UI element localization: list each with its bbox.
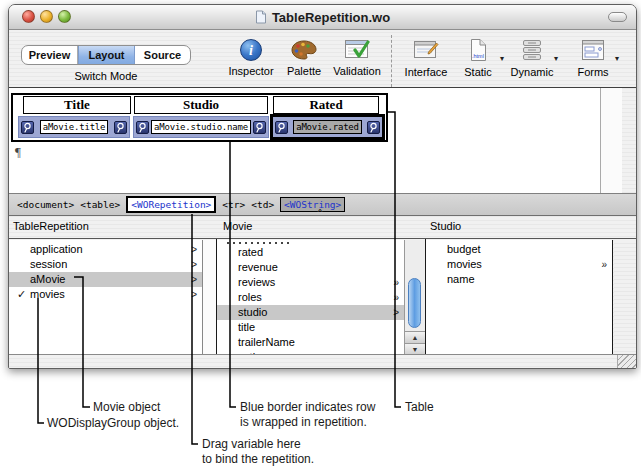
pilcrow-mark: ¶ <box>15 144 21 160</box>
toolbar-separator <box>391 35 392 87</box>
list-item[interactable]: session > <box>9 257 202 272</box>
repetition-cell-studio[interactable]: aMovie.studio.name <box>133 116 269 138</box>
list-item[interactable]: reviews » <box>217 275 404 290</box>
vertical-scrollbar-track[interactable] <box>600 88 622 194</box>
dropdown-arrow-icon[interactable]: ▾ <box>500 54 504 63</box>
branch-many-marker: » <box>393 290 399 305</box>
checkmark-icon: ✓ <box>17 287 26 302</box>
palette-icon <box>291 39 317 61</box>
browser-headers: TableRepetition Movie Studio <box>9 216 636 238</box>
path-tag-tr[interactable]: <tr> <box>222 199 245 210</box>
interface-label: Interface <box>400 66 452 78</box>
forms-icon <box>581 39 605 61</box>
browser-header-tablerepetition: TableRepetition <box>13 220 89 232</box>
edit-canvas[interactable]: Title Studio Rated aMovie.title <box>9 88 600 194</box>
validation-button[interactable]: Validation <box>329 36 385 77</box>
browser-column-tablerepetition[interactable]: application > session > aMovie > ✓ movie… <box>9 240 202 355</box>
list-item[interactable]: application > <box>9 242 202 257</box>
list-item[interactable]: rated <box>217 245 404 260</box>
repetition-cell-title[interactable]: aMovie.title <box>18 116 130 138</box>
annotation-table: Table <box>405 400 434 415</box>
branch-marker: > <box>393 305 399 320</box>
segment-preview[interactable]: Preview <box>22 46 78 64</box>
forms-palette-button[interactable]: ▾ Forms <box>567 35 619 78</box>
binding-field-studio-name[interactable]: aMovie.studio.name <box>151 120 251 134</box>
list-item[interactable]: trailerName <box>217 335 404 350</box>
list-item[interactable]: roles » <box>217 290 404 305</box>
wostring-element-icon[interactable] <box>367 121 380 134</box>
inspector-icon: i <box>240 39 262 61</box>
annotation-blue-border: Blue border indicates row is wrapped in … <box>240 400 375 430</box>
forms-label: Forms <box>567 66 619 78</box>
interface-palette-button[interactable]: Interface <box>400 35 452 78</box>
validation-label: Validation <box>329 65 385 77</box>
binding-field-title[interactable]: aMovie.title <box>40 120 109 134</box>
static-icon-text: .html <box>472 53 484 59</box>
branch-many-marker: » <box>601 257 607 272</box>
wostring-element-icon[interactable] <box>275 121 288 134</box>
wostring-element-icon[interactable] <box>136 121 149 134</box>
annotation-wodisplaygroup: WODisplayGroup object. <box>47 416 179 431</box>
segment-source[interactable]: Source <box>135 46 190 64</box>
object-browser: application > session > aMovie > ✓ movie… <box>9 238 636 354</box>
scroll-up-button[interactable]: ▲ <box>405 331 425 343</box>
path-tag-td[interactable]: <td> <box>251 199 274 210</box>
path-tag-worepetition[interactable]: <WORepetition> <box>126 196 216 213</box>
inspector-button[interactable]: i Inspector <box>223 36 279 77</box>
wo-table[interactable]: Title Studio Rated aMovie.title <box>11 93 388 142</box>
wostring-element-icon[interactable] <box>21 121 34 134</box>
validation-icon <box>344 39 370 61</box>
annotation-drag-variable: Drag variable here to bind the repetitio… <box>202 437 314 467</box>
segment-layout[interactable]: Layout <box>78 46 135 64</box>
app-window: TableRepetition.wo Preview Layout Source… <box>8 4 637 369</box>
dropdown-arrow-icon[interactable]: ▾ <box>615 54 619 63</box>
scrollbar-thumb[interactable] <box>408 278 421 328</box>
switch-mode-segmented-control: Preview Layout Source <box>21 45 191 65</box>
path-tag-wostring[interactable]: <WOString> <box>280 197 345 212</box>
list-item[interactable]: name <box>426 272 612 287</box>
table-header-title[interactable]: Title <box>23 96 131 114</box>
repetition-cell-rated-selected[interactable]: aMovie.rated <box>270 114 385 140</box>
title-bar[interactable]: TableRepetition.wo <box>9 5 636 30</box>
palette-button[interactable]: Palette <box>276 36 332 77</box>
table-header-rated[interactable]: Rated <box>273 96 379 114</box>
list-item[interactable]: movies » <box>426 257 612 272</box>
column-scrollbar-track[interactable] <box>202 240 216 355</box>
wostring-element-icon[interactable] <box>114 121 127 134</box>
branch-many-marker: » <box>393 275 399 290</box>
static-palette-button[interactable]: .html ▾ Static <box>452 35 504 78</box>
path-tag-table[interactable]: <table> <box>80 199 120 210</box>
toolbar: Preview Layout Source Switch Mode i Insp… <box>9 30 636 87</box>
dynamic-palette-button[interactable]: ▾ Dynamic <box>506 35 558 78</box>
toolbar-pill-button[interactable] <box>608 12 627 22</box>
table-header-studio[interactable]: Studio <box>134 96 268 114</box>
list-item[interactable]: revenue <box>217 260 404 275</box>
list-item[interactable]: title <box>217 320 404 335</box>
list-item[interactable]: ✓ movies > <box>9 287 202 302</box>
figure-canvas: TableRepetition.wo Preview Layout Source… <box>0 0 641 470</box>
annotation-movie-object: Movie object <box>93 400 160 415</box>
binding-field-rated[interactable]: aMovie.rated <box>293 120 362 134</box>
window-title: TableRepetition.wo <box>272 10 390 25</box>
resize-grip[interactable] <box>617 355 636 368</box>
wostring-element-icon[interactable] <box>253 121 266 134</box>
browser-header-studio: Studio <box>430 220 461 232</box>
list-item-selected[interactable]: studio > <box>217 305 404 320</box>
browser-header-movie: Movie <box>223 220 252 232</box>
list-item-selected[interactable]: aMovie > <box>9 272 202 287</box>
list-item[interactable]: budget <box>426 242 612 257</box>
inspector-label: Inspector <box>223 65 279 77</box>
document-icon <box>255 10 267 24</box>
column-scrollbar[interactable]: ▲ ▼ <box>404 240 425 355</box>
path-tag-document[interactable]: <document> <box>17 199 74 210</box>
static-icon: .html <box>469 38 488 62</box>
static-label: Static <box>452 66 504 78</box>
branch-marker: > <box>191 242 197 257</box>
switch-mode-caption: Switch Mode <box>21 70 191 82</box>
branch-marker: > <box>191 257 197 272</box>
dropdown-arrow-icon[interactable]: ▾ <box>554 54 558 63</box>
browser-column-studio[interactable]: budget movies » name <box>426 240 613 355</box>
palette-label: Palette <box>276 65 332 77</box>
browser-column-movie[interactable]: rated revenue reviews » roles » studio <box>217 240 404 355</box>
edit-area: Title Studio Rated aMovie.title <box>9 87 636 194</box>
